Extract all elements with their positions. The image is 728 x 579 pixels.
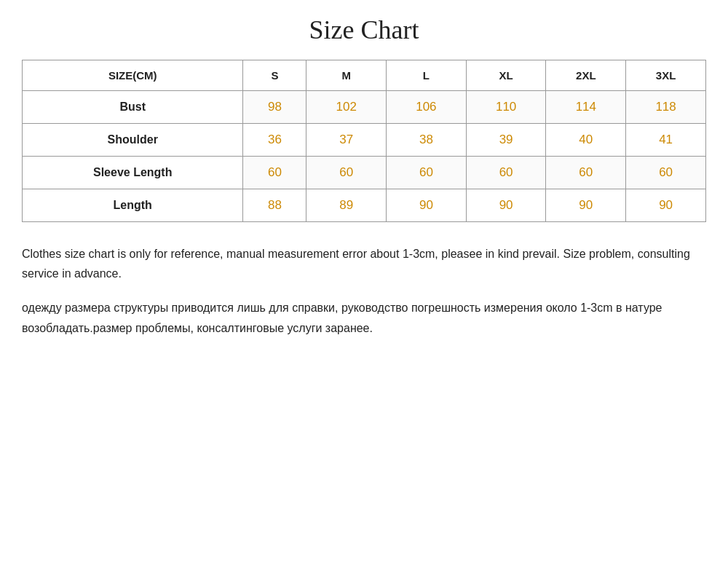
cell-length-2xl: 90 <box>546 189 626 222</box>
cell-length-m: 89 <box>306 189 387 222</box>
cell-length-l: 90 <box>387 189 467 222</box>
row-label-length: Length <box>23 189 243 222</box>
cell-sleeve-l: 60 <box>387 157 467 189</box>
cell-bust-3xl: 118 <box>626 91 706 124</box>
col-header-size: SIZE(CM) <box>23 60 243 91</box>
row-label-sleeve: Sleeve Length <box>23 157 243 189</box>
cell-shoulder-l: 38 <box>387 124 467 157</box>
cell-length-3xl: 90 <box>626 189 706 222</box>
cell-sleeve-xl: 60 <box>466 157 546 189</box>
table-header-row: SIZE(CM) S M L XL 2XL 3XL <box>23 60 706 91</box>
cell-bust-m: 102 <box>306 91 387 124</box>
cell-shoulder-m: 37 <box>306 124 387 157</box>
row-label-bust: Bust <box>23 91 243 124</box>
disclaimer-russian: одежду размера структуры приводится лишь… <box>22 298 706 337</box>
col-header-s: S <box>243 60 306 91</box>
cell-bust-l: 106 <box>387 91 467 124</box>
row-label-shoulder: Shoulder <box>23 124 243 157</box>
disclaimer-english: Clothes size chart is only for reference… <box>22 244 706 283</box>
cell-bust-xl: 110 <box>466 91 546 124</box>
cell-length-s: 88 <box>243 189 306 222</box>
cell-shoulder-xl: 39 <box>466 124 546 157</box>
table-row: Sleeve Length 60 60 60 60 60 60 <box>23 157 706 189</box>
table-row: Shoulder 36 37 38 39 40 41 <box>23 124 706 157</box>
page-title: Size Chart <box>22 15 706 45</box>
size-table: SIZE(CM) S M L XL 2XL 3XL Bust 98 102 10… <box>22 60 706 222</box>
cell-bust-s: 98 <box>243 91 306 124</box>
cell-sleeve-s: 60 <box>243 157 306 189</box>
col-header-m: M <box>306 60 387 91</box>
cell-shoulder-s: 36 <box>243 124 306 157</box>
col-header-3xl: 3XL <box>626 60 706 91</box>
cell-shoulder-2xl: 40 <box>546 124 626 157</box>
table-row: Bust 98 102 106 110 114 118 <box>23 91 706 124</box>
col-header-l: L <box>387 60 467 91</box>
table-row: Length 88 89 90 90 90 90 <box>23 189 706 222</box>
col-header-xl: XL <box>466 60 546 91</box>
col-header-2xl: 2XL <box>546 60 626 91</box>
cell-sleeve-3xl: 60 <box>626 157 706 189</box>
cell-sleeve-2xl: 60 <box>546 157 626 189</box>
cell-shoulder-3xl: 41 <box>626 124 706 157</box>
cell-sleeve-m: 60 <box>306 157 387 189</box>
cell-bust-2xl: 114 <box>546 91 626 124</box>
cell-length-xl: 90 <box>466 189 546 222</box>
